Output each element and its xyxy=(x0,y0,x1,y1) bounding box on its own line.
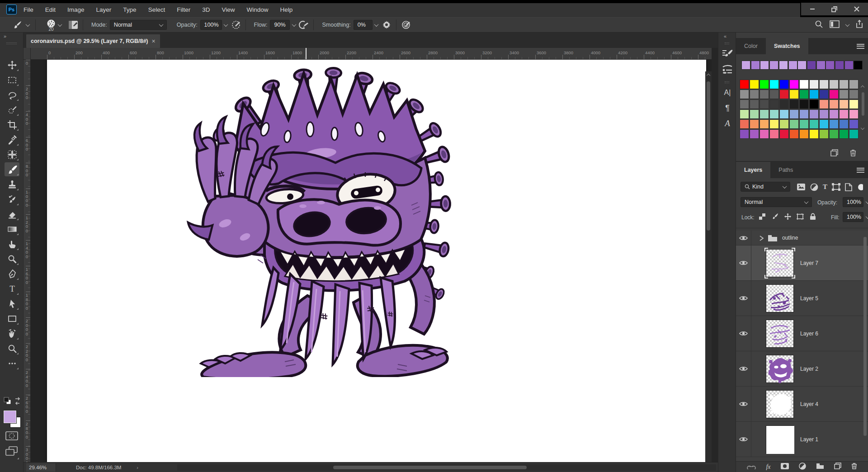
dodge-tool[interactable] xyxy=(5,252,19,266)
swatch-cell[interactable] xyxy=(809,80,819,89)
filter-pixel-layers-icon[interactable] xyxy=(797,183,806,193)
scroll-up-icon[interactable] xyxy=(707,74,710,77)
swatch-cell[interactable] xyxy=(750,119,759,129)
brush-tool-preset-icon[interactable] xyxy=(12,19,24,30)
dock-grip-2[interactable] xyxy=(725,81,729,83)
layer-thumbnail[interactable] xyxy=(766,284,794,312)
hand-tool[interactable] xyxy=(5,326,19,340)
swatch-cell[interactable] xyxy=(839,119,849,129)
recent-swatch[interactable] xyxy=(779,61,788,70)
lock-artboard-icon[interactable] xyxy=(796,213,805,220)
menu-item-3d[interactable]: 3D xyxy=(202,6,210,13)
new-swatch-icon[interactable] xyxy=(829,148,839,157)
share-icon[interactable] xyxy=(855,19,863,30)
recent-swatch[interactable] xyxy=(807,61,816,70)
swatch-cell[interactable] xyxy=(760,109,769,119)
swatch-cell[interactable] xyxy=(779,99,789,109)
swatch-cell[interactable] xyxy=(769,99,779,109)
swatch-cell[interactable] xyxy=(740,109,749,119)
new-layer-icon[interactable] xyxy=(834,463,841,471)
layer-row[interactable]: Layer 2 xyxy=(736,351,868,387)
vertical-scroll-handle[interactable] xyxy=(707,81,710,231)
layers-opacity-field[interactable]: 100% xyxy=(843,197,863,207)
swatch-cell[interactable] xyxy=(799,129,809,139)
swatch-cell[interactable] xyxy=(809,119,819,129)
dock-grip[interactable] xyxy=(725,42,729,44)
swatch-cell[interactable] xyxy=(809,90,819,99)
history-brush-tool[interactable] xyxy=(5,192,19,206)
menu-item-type[interactable]: Type xyxy=(123,6,136,13)
spot-healing-brush-tool[interactable] xyxy=(5,147,19,161)
swatch-cell[interactable] xyxy=(799,109,809,119)
layer-thumbnail[interactable] xyxy=(766,355,794,383)
paragraph-panel-icon[interactable]: ¶ xyxy=(718,100,736,116)
pen-tool[interactable] xyxy=(5,267,19,281)
swatch-cell[interactable] xyxy=(839,109,849,119)
layers-fill-chevron[interactable] xyxy=(863,212,868,222)
tab-color[interactable]: Color xyxy=(736,38,766,54)
swatch-cell[interactable] xyxy=(779,80,789,89)
menu-item-layer[interactable]: Layer xyxy=(96,6,112,13)
eyedropper-tool[interactable] xyxy=(5,132,19,146)
opacity-pressure-icon[interactable] xyxy=(230,19,242,30)
zoom-level-field[interactable]: 29.46% xyxy=(26,463,56,472)
swatch-cell[interactable] xyxy=(789,109,799,119)
swatch-cell[interactable] xyxy=(750,80,759,89)
canvas-document[interactable] xyxy=(47,60,706,462)
layer-visibility-toggle[interactable] xyxy=(736,245,751,280)
swatch-cell[interactable] xyxy=(740,119,749,129)
swatch-cell[interactable] xyxy=(789,129,799,139)
menu-item-file[interactable]: File xyxy=(24,6,33,13)
swatch-cell[interactable] xyxy=(819,119,829,129)
clone-stamp-tool[interactable] xyxy=(5,177,19,191)
type-tool[interactable]: T xyxy=(5,282,19,296)
canvas-horizontal-scrollbar[interactable] xyxy=(177,464,716,471)
smudge-tool[interactable] xyxy=(5,237,19,251)
swatch-cell[interactable] xyxy=(819,80,829,89)
document-tab[interactable]: coronavirus.psd @ 29.5% (Layer 7, RGB/8#… xyxy=(26,34,160,48)
swatches-panel-menu-icon[interactable] xyxy=(857,42,864,49)
recent-swatch[interactable] xyxy=(797,61,807,70)
recent-swatch[interactable] xyxy=(751,61,760,70)
filter-toggle-icon[interactable] xyxy=(857,183,863,193)
default-colors-icon[interactable] xyxy=(4,397,13,408)
layer-row[interactable]: Layer 6 xyxy=(736,316,868,351)
brush-preset-picker[interactable]: 20 xyxy=(47,19,56,31)
swatch-cell[interactable] xyxy=(750,90,759,99)
swatch-cell[interactable] xyxy=(819,109,829,119)
swatch-cell[interactable] xyxy=(849,99,859,109)
swatch-cell[interactable] xyxy=(829,99,839,109)
layer-visibility-toggle[interactable] xyxy=(736,316,751,351)
swatch-cell[interactable] xyxy=(740,99,749,109)
swatch-cell[interactable] xyxy=(829,119,839,129)
menu-item-select[interactable]: Select xyxy=(148,6,165,13)
move-tool[interactable] xyxy=(5,58,19,72)
add-layer-mask-icon[interactable] xyxy=(781,463,789,471)
rectangle-tool[interactable] xyxy=(5,312,19,326)
size-pressure-icon[interactable] xyxy=(400,19,412,30)
toolbar-collapse-icon[interactable]: » xyxy=(4,33,6,39)
layer-row[interactable]: Layer 4 xyxy=(736,387,868,422)
layer-visibility-toggle[interactable] xyxy=(736,231,751,245)
layer-thumbnail[interactable] xyxy=(766,249,794,277)
delete-layer-icon[interactable] xyxy=(851,463,857,471)
new-adjustment-layer-icon[interactable] xyxy=(799,463,806,472)
swatch-cell[interactable] xyxy=(750,109,759,119)
delete-swatch-icon[interactable] xyxy=(848,148,858,157)
swatch-cell[interactable] xyxy=(779,119,789,129)
recent-swatch[interactable] xyxy=(844,61,854,70)
recent-swatch[interactable] xyxy=(741,61,750,70)
horizontal-scroll-handle[interactable] xyxy=(333,466,527,469)
swatch-cell[interactable] xyxy=(760,99,769,109)
menu-item-view[interactable]: View xyxy=(222,6,235,13)
lasso-tool[interactable] xyxy=(5,88,19,102)
layer-visibility-toggle[interactable] xyxy=(736,387,751,421)
swatch-cell[interactable] xyxy=(829,109,839,119)
swatch-cell[interactable] xyxy=(760,129,769,139)
workspace-switcher-icon[interactable] xyxy=(830,20,840,30)
swatch-cell[interactable] xyxy=(789,119,799,129)
swatch-cell[interactable] xyxy=(799,90,809,99)
opacity-input[interactable]: 100% xyxy=(200,20,222,30)
swatch-cell[interactable] xyxy=(819,99,829,109)
swatch-cell[interactable] xyxy=(819,90,829,99)
